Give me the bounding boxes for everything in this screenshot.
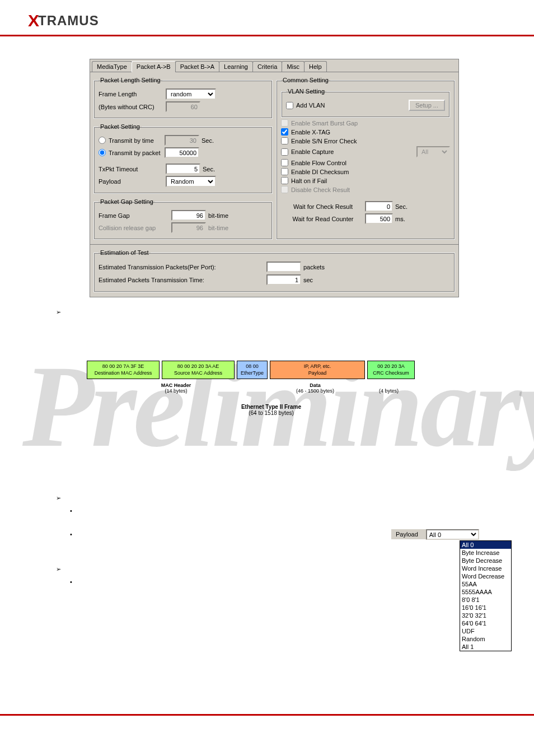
payload-option[interactable]: 55AA bbox=[460, 580, 511, 588]
di-checksum-label: Enable DI Checksum bbox=[291, 169, 450, 175]
packet-setting-legend: Packet Setting bbox=[99, 123, 142, 130]
payload-option[interactable]: All 1 bbox=[460, 643, 511, 651]
packet-length-legend: Packet Length Setting bbox=[99, 77, 162, 83]
packet-length-group: Packet Length Setting Frame Length rando… bbox=[93, 77, 273, 119]
di-checksum-checkbox[interactable] bbox=[281, 168, 288, 175]
vlan-legend: VLAN Setting bbox=[286, 88, 326, 95]
mac-header-bytes: (14 bytes) bbox=[165, 388, 187, 394]
payload-combo-area: Payload All 0 bbox=[391, 529, 512, 540]
wait-check-input[interactable] bbox=[365, 201, 393, 212]
tab-packet-b-a[interactable]: Packet B->A bbox=[175, 61, 219, 72]
estimation-group: Estimation of Test Estimated Transmissio… bbox=[93, 249, 455, 292]
payload-option[interactable]: Word Decrease bbox=[460, 572, 511, 580]
wait-check-unit: Sec. bbox=[395, 203, 407, 210]
wait-read-unit: ms. bbox=[395, 216, 405, 222]
sn-error-label: Enable S/N Error Check bbox=[291, 138, 450, 144]
tab-learning[interactable]: Learning bbox=[219, 61, 253, 72]
payload-label-diagram: Payload bbox=[274, 370, 361, 377]
halt-on-fail-label: Halt on if Fail bbox=[291, 178, 450, 184]
tab-mediatype[interactable]: MediaType bbox=[92, 61, 132, 72]
disable-check-checkbox bbox=[281, 186, 288, 193]
frame-label: Ethernet Type II Frame bbox=[241, 404, 301, 410]
frame-gap-input[interactable] bbox=[171, 210, 206, 221]
wait-read-input[interactable] bbox=[365, 213, 393, 224]
txpkt-timeout-label: TxPkt Timeout bbox=[99, 166, 166, 172]
txpkt-timeout-input[interactable] bbox=[166, 164, 200, 174]
payload-top: IP, ARP, etc. bbox=[274, 363, 361, 370]
page-footer bbox=[0, 714, 534, 731]
ethernet-frame-diagram: 80 00 20 7A 3F 3E Destination MAC Addres… bbox=[87, 361, 456, 416]
tab-criteria[interactable]: Criteria bbox=[252, 61, 282, 72]
payload-option[interactable]: Byte Increase bbox=[460, 549, 511, 557]
payload-option[interactable]: 8'0 8'1 bbox=[460, 596, 511, 604]
smart-burst-label: Enable Smart Burst Gap bbox=[291, 120, 450, 127]
data-label: Data bbox=[310, 382, 321, 388]
payload-option[interactable]: 64'0 64'1 bbox=[460, 619, 511, 627]
transmit-by-time-label: Transmit by time bbox=[109, 137, 165, 144]
dest-mac-label: Destination MAC Address bbox=[91, 370, 156, 377]
payload-combo-select[interactable]: All 0 bbox=[426, 529, 479, 540]
est-packets-label: Estimated Transmission Packets(Per Port)… bbox=[99, 264, 266, 270]
ethertype-box: 08 00 EtherType bbox=[237, 361, 268, 379]
payload-option[interactable]: Byte Decrease bbox=[460, 557, 511, 564]
src-mac-bytes: 80 00 20 20 3A AE bbox=[166, 363, 231, 370]
payload-option[interactable]: UDF bbox=[460, 627, 511, 635]
collision-gap-label: Collision release gap bbox=[99, 225, 171, 231]
wait-check-label: Wait for Check Result bbox=[281, 203, 365, 210]
brand-logo-rest: TRAMUS bbox=[38, 13, 99, 29]
packet-gap-group: Packet Gap Setting Frame Gap bit-time Co… bbox=[93, 198, 273, 240]
bullet-level-2-c: • bbox=[70, 578, 495, 585]
frame-length-select[interactable]: random bbox=[166, 88, 216, 100]
tab-packet-a-b[interactable]: Packet A->B bbox=[132, 61, 176, 72]
packet-setting-group: Packet Setting Transmit by time Sec. Tra… bbox=[93, 123, 273, 194]
transmit-by-packet-radio[interactable] bbox=[99, 149, 106, 156]
data-bytes: (46 - 1500 bytes) bbox=[296, 388, 334, 394]
payload-option[interactable]: Random bbox=[460, 635, 511, 643]
est-time-label: Estimated Packets Transmission Time: bbox=[99, 277, 266, 283]
collision-gap-input bbox=[171, 222, 206, 233]
payload-combo-listbox[interactable]: All 0Byte IncreaseByte DecreaseWord Incr… bbox=[460, 540, 512, 651]
add-vlan-label: Add VLAN bbox=[296, 102, 409, 109]
crc-bytes: 00 20 20 3A bbox=[371, 363, 411, 370]
frame-gap-unit: bit-time bbox=[208, 212, 228, 219]
est-packets-unit: packets bbox=[303, 264, 325, 270]
transmit-by-packet-label: Transmit by packet bbox=[109, 150, 165, 156]
common-setting-legend: Common Setting bbox=[281, 77, 330, 83]
halt-on-fail-checkbox[interactable] bbox=[281, 177, 288, 184]
brand-logo: XTRAMUS bbox=[28, 11, 99, 30]
payload-option[interactable]: 16'0 16'1 bbox=[460, 604, 511, 612]
payload-option[interactable]: 5555AAAA bbox=[460, 588, 511, 596]
packet-gap-legend: Packet Gap Setting bbox=[99, 198, 155, 205]
xtag-checkbox[interactable] bbox=[281, 128, 288, 136]
src-mac-box: 80 00 20 20 3A AE Source MAC Address bbox=[162, 361, 235, 379]
ethertype-label: EtherType bbox=[241, 370, 264, 377]
capture-label: Enable Capture bbox=[291, 148, 416, 155]
payload-option[interactable]: All 0 bbox=[460, 541, 511, 549]
crc-bytes-2: (4 bytes) bbox=[379, 388, 399, 394]
est-packets-input bbox=[266, 262, 301, 272]
wait-read-label: Wait for Read Counter bbox=[281, 216, 365, 222]
tab-help[interactable]: Help bbox=[304, 61, 327, 72]
bytes-no-crc-label: (Bytes without CRC) bbox=[99, 104, 166, 110]
dest-mac-box: 80 00 20 7A 3F 3E Destination MAC Addres… bbox=[87, 361, 160, 379]
transmit-by-time-input bbox=[165, 135, 199, 146]
common-setting-group: Common Setting VLAN Setting Add VLAN Set… bbox=[276, 77, 455, 240]
flow-control-label: Enable Flow Control bbox=[291, 160, 450, 166]
sn-error-checkbox[interactable] bbox=[281, 137, 288, 144]
est-time-unit: sec bbox=[303, 277, 313, 283]
payload-option[interactable]: Word Increase bbox=[460, 564, 511, 572]
transmit-by-packet-input[interactable] bbox=[165, 147, 199, 158]
capture-checkbox[interactable] bbox=[281, 148, 288, 156]
capture-select: All bbox=[416, 146, 450, 157]
est-time-input bbox=[266, 274, 301, 285]
txpkt-timeout-unit: Sec. bbox=[203, 166, 215, 172]
payload-option[interactable]: 32'0 32'1 bbox=[460, 612, 511, 619]
bullet-level-1-c: ➢ bbox=[56, 566, 495, 573]
transmit-by-time-radio[interactable] bbox=[99, 137, 106, 144]
smart-burst-checkbox bbox=[281, 119, 288, 127]
bytes-no-crc-input bbox=[166, 101, 200, 112]
payload-select[interactable]: Random bbox=[166, 176, 216, 187]
add-vlan-checkbox[interactable] bbox=[286, 102, 293, 109]
tab-misc[interactable]: Misc bbox=[282, 61, 305, 72]
flow-control-checkbox[interactable] bbox=[281, 159, 288, 166]
